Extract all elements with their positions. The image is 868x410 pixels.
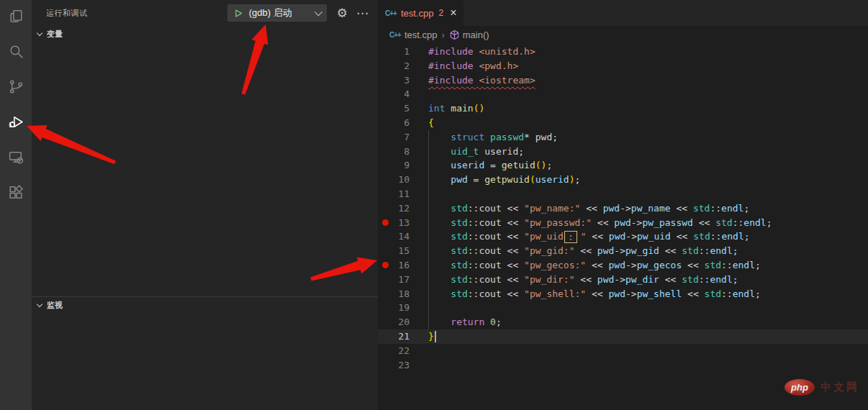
- breakpoint-gutter[interactable]: [378, 258, 392, 273]
- chevron-down-icon: [315, 8, 322, 16]
- gutter[interactable]: [378, 287, 392, 301]
- code-token: pw_dir: [625, 274, 659, 285]
- gutter[interactable]: [378, 101, 392, 116]
- activity-item-explorer[interactable]: [0, 0, 32, 35]
- code-token: [428, 203, 451, 214]
- code-line[interactable]: 14 std::cout << "pw_uid:" << pwd->pw_uid…: [378, 229, 868, 244]
- watch-section-header[interactable]: 监视: [32, 297, 378, 313]
- cpp-file-icon: C++: [389, 31, 401, 39]
- breadcrumb-symbol[interactable]: main(): [463, 29, 489, 40]
- code-line[interactable]: 16 std::cout << "pw_gecos:" << pwd->pw_g…: [378, 258, 868, 273]
- code-token: ;: [733, 245, 738, 256]
- gutter[interactable]: [378, 344, 392, 358]
- code-token: pwd: [609, 231, 625, 242]
- code-token: [428, 245, 451, 256]
- variables-section-header[interactable]: 变量: [32, 26, 378, 42]
- code-line[interactable]: 1#include <unistd.h>: [378, 45, 868, 59]
- activity-item-run-and-debug[interactable]: [0, 106, 32, 141]
- code-token: [428, 160, 451, 170]
- code-token: <<: [575, 274, 597, 285]
- unicode-highlight-box: :: [564, 231, 577, 243]
- code-line[interactable]: 5int main(): [378, 101, 868, 116]
- gutter[interactable]: [378, 158, 392, 173]
- activity-item-search[interactable]: [0, 35, 32, 70]
- gutter[interactable]: [378, 73, 392, 88]
- code-token: endl: [733, 288, 755, 299]
- gutter[interactable]: [378, 187, 392, 201]
- code-token: std: [715, 217, 732, 228]
- breakpoint-dot[interactable]: [382, 262, 389, 268]
- code-line[interactable]: 20 return 0;: [378, 315, 868, 329]
- code-line[interactable]: 18 std::cout << "pw_shell:" << pwd->pw_s…: [378, 287, 868, 301]
- gutter[interactable]: [378, 201, 392, 216]
- gutter[interactable]: [378, 358, 392, 373]
- tab-test-cpp[interactable]: C++ test.cpp 2 ×: [378, 0, 464, 26]
- variables-pane-empty: [32, 42, 378, 296]
- code-token: ::cout <<: [468, 203, 524, 214]
- code-token: std: [705, 260, 721, 270]
- code-line[interactable]: 22: [378, 344, 868, 358]
- code-line[interactable]: 2#include <pwd.h>: [378, 59, 868, 73]
- code-line[interactable]: 19: [378, 301, 868, 315]
- line-number: 11: [392, 187, 410, 201]
- gutter[interactable]: [378, 59, 392, 73]
- gutter[interactable]: [378, 244, 392, 258]
- code-editor[interactable]: 1#include <unistd.h>2#include <pwd.h>3#i…: [378, 43, 868, 372]
- close-icon[interactable]: ×: [450, 7, 456, 19]
- gutter[interactable]: [378, 87, 392, 101]
- code-token: [484, 132, 490, 142]
- breadcrumb-separator: ›: [441, 29, 444, 40]
- gutter[interactable]: [378, 273, 392, 287]
- activity-item-extensions[interactable]: [0, 176, 32, 211]
- code-token: endl: [710, 274, 732, 285]
- activity-item-remote-explorer[interactable]: [0, 141, 32, 176]
- breadcrumb-file[interactable]: test.cpp: [404, 29, 438, 40]
- line-number: 4: [392, 87, 410, 101]
- code-line[interactable]: 8 uid_t userid;: [378, 145, 868, 159]
- gutter[interactable]: [378, 315, 392, 329]
- gutter[interactable]: [378, 329, 392, 344]
- code-token: "pw_shell:": [524, 288, 586, 299]
- code-line-text: {: [428, 116, 434, 130]
- breadcrumb: C++ test.cpp › main(): [378, 26, 868, 43]
- code-line[interactable]: 4: [378, 87, 868, 101]
- more-actions-icon[interactable]: ⋯: [356, 7, 369, 19]
- code-line-text: struct passwd* pwd;: [428, 130, 558, 145]
- gutter[interactable]: [378, 116, 392, 130]
- code-token: [428, 274, 451, 285]
- code-token: ;: [575, 174, 581, 185]
- code-line[interactable]: 3#include <iostream>: [378, 73, 868, 88]
- line-number: 22: [392, 344, 410, 358]
- gutter[interactable]: [378, 45, 392, 59]
- code-token: ::cout <<: [468, 231, 524, 242]
- gear-icon[interactable]: ⚙: [337, 7, 348, 19]
- code-token: <<: [671, 231, 693, 242]
- breakpoint-gutter[interactable]: [378, 216, 392, 230]
- debug-config-dropdown[interactable]: (gdb) 启动: [227, 4, 327, 22]
- code-line[interactable]: 23: [378, 358, 868, 373]
- breakpoint-dot[interactable]: [382, 219, 389, 226]
- code-line-text: std::cout << "pw_uid:" << pwd->pw_uid <<…: [428, 229, 750, 244]
- gutter[interactable]: [378, 229, 392, 244]
- code-line[interactable]: 9 userid = getuid();: [378, 158, 868, 173]
- code-line[interactable]: 15 std::cout << "pw_gid:" << pwd->pw_gid…: [378, 244, 868, 258]
- code-line[interactable]: 21}: [378, 329, 868, 344]
- code-token: std: [693, 203, 710, 214]
- code-line[interactable]: 10 pwd = getpwuid(userid);: [378, 173, 868, 187]
- activity-item-source-control[interactable]: [0, 70, 32, 106]
- code-line[interactable]: 11: [378, 187, 868, 201]
- code-line[interactable]: 12 std::cout << "pw_name:" << pwd->pw_na…: [378, 201, 868, 216]
- code-token: ->: [614, 274, 625, 285]
- gutter[interactable]: [378, 145, 392, 159]
- code-token: endl: [721, 231, 743, 242]
- gutter[interactable]: [378, 301, 392, 315]
- code-token: std: [451, 231, 467, 242]
- gutter[interactable]: [378, 130, 392, 145]
- code-line[interactable]: 13 std::cout << "pw_passwd:" << pwd->pw_…: [378, 216, 868, 230]
- code-line[interactable]: 17 std::cout << "pw_dir:" << pwd->pw_dir…: [378, 273, 868, 287]
- gutter[interactable]: [378, 173, 392, 187]
- code-line[interactable]: 7 struct passwd* pwd;: [378, 130, 868, 145]
- code-token: std: [693, 231, 710, 242]
- code-line[interactable]: 6{: [378, 116, 868, 130]
- code-token: ;: [733, 274, 738, 285]
